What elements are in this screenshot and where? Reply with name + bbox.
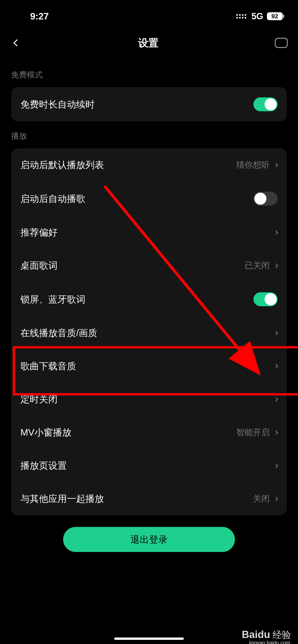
watermark-text: 经验 [272, 628, 291, 641]
row-label: MV小窗播放 [21, 426, 72, 439]
header: 设置 [0, 30, 298, 60]
watermark-url: jingyan.baidu.com [249, 640, 290, 644]
watermark-brand: Baidu [242, 629, 270, 640]
row-label: 启动后自动播歌 [21, 192, 85, 205]
card-playback: 启动后默认播放列表 猜你想听 启动后自动播歌 推荐偏好 桌面歌词 已关闭 锁屏、… [11, 148, 287, 515]
row-mv-pip[interactable]: MV小窗播放 智能开启 [11, 416, 287, 449]
row-label: 免费时长自动续时 [21, 98, 95, 111]
row-lock-bluetooth-lyrics[interactable]: 锁屏、蓝牙歌词 [11, 282, 287, 316]
logout-button[interactable]: 退出登录 [63, 527, 235, 552]
back-button[interactable] [11, 37, 23, 49]
row-label: 锁屏、蓝牙歌词 [21, 293, 85, 306]
row-auto-play[interactable]: 启动后自动播歌 [11, 182, 287, 216]
row-label: 歌曲下载音质 [21, 360, 76, 372]
page-title: 设置 [138, 36, 159, 50]
chevron-right-icon [274, 230, 278, 235]
signal-icon [236, 14, 246, 18]
section-title-playback: 播放 [11, 122, 287, 148]
content: 免费模式 免费时长自动续时 播放 启动后默认播放列表 猜你想听 启动后自动播歌 … [0, 60, 298, 564]
status-bar: 9:27 5G 92 [0, 0, 298, 30]
row-online-quality[interactable]: 在线播放音质/画质 [11, 316, 287, 350]
row-preference[interactable]: 推荐偏好 [11, 216, 287, 249]
card-free: 免费时长自动续时 [11, 87, 287, 122]
row-download-quality[interactable]: 歌曲下载音质 [11, 350, 287, 383]
chevron-right-icon [274, 331, 278, 336]
chevron-right-icon [274, 163, 278, 168]
chevron-left-icon [13, 39, 21, 46]
scan-icon [275, 38, 286, 48]
chevron-right-icon [274, 464, 278, 468]
row-default-playlist[interactable]: 启动后默认播放列表 猜你想听 [11, 148, 287, 182]
row-label: 与其他应用一起播放 [21, 492, 104, 505]
toggle-lock-bt-lyrics[interactable] [253, 292, 277, 306]
row-label: 在线播放音质/画质 [21, 327, 97, 340]
chevron-right-icon [274, 430, 278, 435]
toggle-auto-renew[interactable] [253, 97, 277, 111]
row-value: 猜你想听 [236, 159, 270, 170]
row-sleep-timer[interactable]: 定时关闭 [11, 383, 287, 416]
chevron-right-icon [274, 263, 278, 268]
row-auto-renew[interactable]: 免费时长自动续时 [11, 87, 287, 122]
row-value: 关闭 [253, 493, 270, 504]
battery-icon: 92 [267, 12, 284, 20]
toggle-auto-play[interactable] [253, 192, 277, 206]
section-title-free: 免费模式 [11, 60, 287, 87]
scan-button[interactable] [274, 37, 287, 49]
row-play-with-other[interactable]: 与其他应用一起播放 关闭 [11, 482, 287, 515]
network-label: 5G [251, 11, 263, 21]
battery-level: 92 [267, 12, 283, 20]
status-right: 5G 92 [236, 11, 284, 21]
row-label: 播放页设置 [21, 459, 67, 472]
status-time: 9:27 [30, 11, 49, 22]
chevron-right-icon [274, 496, 278, 501]
chevron-right-icon [274, 397, 278, 402]
row-value: 智能开启 [236, 427, 270, 438]
chevron-right-icon [274, 364, 278, 368]
watermark: Baidu 经验 [242, 628, 291, 641]
row-label: 桌面歌词 [21, 259, 58, 272]
row-player-settings[interactable]: 播放页设置 [11, 449, 287, 482]
home-indicator[interactable] [114, 638, 184, 640]
row-label: 推荐偏好 [21, 226, 58, 239]
logout-wrap: 退出登录 [11, 515, 287, 564]
row-label: 定时关闭 [21, 393, 58, 406]
row-desktop-lyrics[interactable]: 桌面歌词 已关闭 [11, 249, 287, 282]
row-value: 已关闭 [245, 260, 270, 271]
row-label: 启动后默认播放列表 [21, 158, 104, 171]
